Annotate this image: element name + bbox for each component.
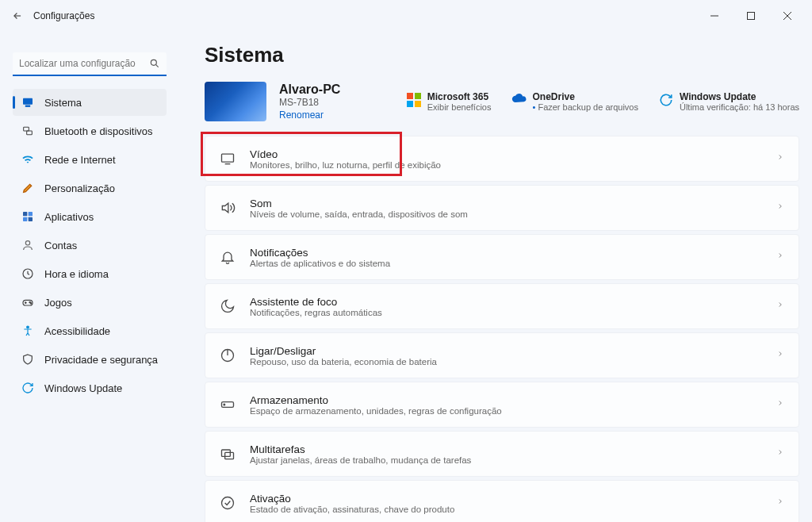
settings-row-storage[interactable]: ArmazenamentoEspaço de armazenamento, un… <box>205 382 799 428</box>
sidebar-item-acessibilidade[interactable]: Acessibilidade <box>13 317 167 344</box>
contas-icon <box>21 238 35 252</box>
svg-point-29 <box>224 404 225 405</box>
sidebar: SistemaBluetooth e dispositivosRede e In… <box>0 32 173 522</box>
minimize-button[interactable] <box>696 3 733 29</box>
sidebar-item-label: Bluetooth e dispositivos <box>44 125 153 137</box>
chevron-right-icon <box>776 299 784 313</box>
page-title: Sistema <box>205 43 799 67</box>
svg-point-14 <box>25 241 29 245</box>
svg-rect-20 <box>407 93 413 99</box>
header-link-sub: Exibir benefícios <box>427 102 492 112</box>
header-link-wupdate[interactable]: Windows UpdateÚltima verificação: há 13 … <box>659 91 799 112</box>
sidebar-item-personalizacao[interactable]: Personalização <box>13 175 167 202</box>
header-link-title: Microsoft 365 <box>427 91 492 102</box>
power-icon <box>220 347 236 363</box>
svg-rect-22 <box>407 101 413 107</box>
sidebar-item-label: Rede e Internet <box>44 154 116 166</box>
row-subtitle: Níveis de volume, saída, entrada, dispos… <box>250 209 776 219</box>
wupdate-icon <box>659 93 673 107</box>
settings-row-video[interactable]: VídeoMonitores, brilho, luz noturna, per… <box>205 136 799 182</box>
svg-rect-7 <box>25 106 29 106</box>
sistema-icon <box>21 95 35 109</box>
row-title: Armazenamento <box>250 394 776 406</box>
sidebar-item-update[interactable]: Windows Update <box>13 374 167 401</box>
row-subtitle: Espaço de armazenamento, unidades, regra… <box>250 406 776 416</box>
svg-rect-23 <box>415 101 421 107</box>
row-title: Ativação <box>250 493 776 505</box>
row-subtitle: Monitores, brilho, luz noturna, perfil d… <box>250 160 776 170</box>
ativ-icon <box>220 495 236 511</box>
svg-rect-8 <box>24 127 29 131</box>
sidebar-item-label: Hora e idioma <box>44 268 109 280</box>
settings-row-foco[interactable]: Assistente de focoNotificações, regras a… <box>205 283 799 329</box>
jogos-icon <box>21 295 35 309</box>
settings-row-som[interactable]: SomNíveis de volume, saída, entrada, dis… <box>205 185 799 231</box>
rename-link[interactable]: Renomear <box>279 109 340 121</box>
sidebar-item-label: Jogos <box>44 297 72 309</box>
aplicativos-icon <box>21 209 35 224</box>
svg-point-19 <box>27 326 29 328</box>
bluetooth-icon <box>21 124 35 138</box>
header-links: Microsoft 365Exibir benefíciosOneDriveFa… <box>407 91 799 112</box>
storage-icon <box>220 397 236 413</box>
settings-row-multi[interactable]: MultitarefasAjustar janelas, áreas de tr… <box>205 431 799 477</box>
header-link-title: Windows Update <box>680 91 799 102</box>
header-link-sub: Última verificação: há 13 horas <box>680 102 799 112</box>
sidebar-item-privacidade[interactable]: Privacidade e segurança <box>13 346 167 373</box>
chevron-right-icon <box>776 250 784 264</box>
search-input[interactable] <box>13 52 167 76</box>
svg-line-5 <box>155 64 158 67</box>
row-subtitle: Repouso, uso da bateria, economia de bat… <box>250 357 776 367</box>
chevron-right-icon <box>776 201 784 215</box>
acessibilidade-icon <box>21 324 35 338</box>
device-model: MS-7B18 <box>279 97 340 108</box>
multi-icon <box>220 446 236 462</box>
sidebar-item-label: Contas <box>44 240 77 251</box>
sidebar-item-aplicativos[interactable]: Aplicativos <box>13 203 167 230</box>
chevron-right-icon <box>776 447 784 461</box>
sidebar-item-jogos[interactable]: Jogos <box>13 289 167 316</box>
m365-icon <box>407 93 421 107</box>
som-icon <box>220 200 236 216</box>
header-link-sub: Fazer backup de arquivos <box>532 102 638 112</box>
sidebar-item-bluetooth[interactable]: Bluetooth e dispositivos <box>13 117 167 144</box>
row-subtitle: Alertas de aplicativos e do sistema <box>250 259 776 268</box>
sidebar-item-contas[interactable]: Contas <box>13 232 167 259</box>
foco-icon <box>220 298 236 314</box>
sidebar-item-sistema[interactable]: Sistema <box>13 89 167 116</box>
sidebar-item-label: Sistema <box>44 97 82 109</box>
svg-rect-11 <box>29 212 33 216</box>
sidebar-item-rede[interactable]: Rede e Internet <box>13 146 167 173</box>
header-link-title: OneDrive <box>532 91 638 102</box>
chevron-right-icon <box>776 397 784 412</box>
back-button[interactable] <box>6 5 29 27</box>
header-link-m365[interactable]: Microsoft 365Exibir benefícios <box>407 91 492 112</box>
title-bar: Configurações <box>0 0 812 32</box>
close-button[interactable] <box>769 3 806 29</box>
svg-rect-24 <box>222 154 234 162</box>
rede-icon <box>21 152 35 167</box>
sidebar-item-hora[interactable]: Hora e idioma <box>13 260 167 287</box>
onedrive-icon <box>511 93 526 107</box>
chevron-right-icon <box>776 496 784 510</box>
header-link-onedrive[interactable]: OneDriveFazer backup de arquivos <box>511 91 638 112</box>
search-icon <box>149 58 160 72</box>
settings-row-notif[interactable]: NotificaçõesAlertas de aplicativos e do … <box>205 234 799 280</box>
settings-row-ativ[interactable]: AtivaçãoEstado de ativação, assinaturas,… <box>205 480 799 522</box>
sidebar-item-label: Windows Update <box>44 382 122 394</box>
maximize-button[interactable] <box>733 3 769 29</box>
svg-rect-9 <box>27 131 33 135</box>
svg-rect-10 <box>23 212 27 216</box>
row-title: Som <box>250 198 776 209</box>
row-title: Assistente de foco <box>250 296 776 308</box>
svg-rect-12 <box>23 217 27 221</box>
device-info: Alvaro-PC MS-7B18 Renomear <box>279 83 340 121</box>
svg-point-18 <box>30 303 31 304</box>
row-title: Multitarefas <box>250 443 776 455</box>
video-icon <box>220 151 236 167</box>
svg-rect-21 <box>415 93 421 99</box>
row-title: Notificações <box>250 247 776 259</box>
settings-row-power[interactable]: Ligar/DesligarRepouso, uso da bateria, e… <box>205 332 799 378</box>
personalizacao-icon <box>21 181 35 195</box>
window-controls <box>696 3 806 29</box>
